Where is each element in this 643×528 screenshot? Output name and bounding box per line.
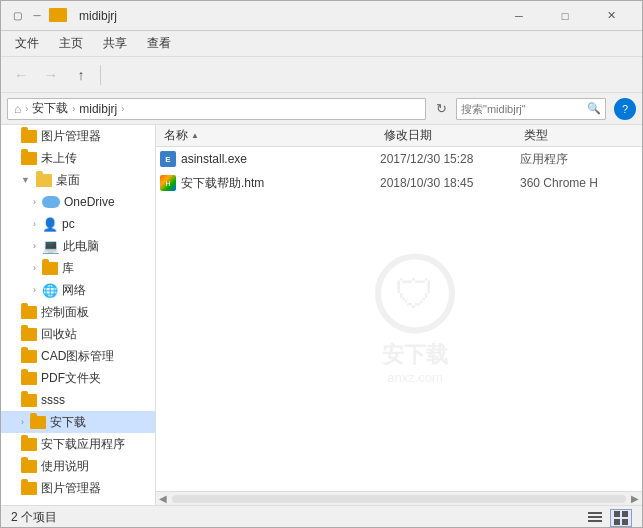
folder-icon	[21, 394, 37, 407]
search-input[interactable]	[461, 103, 583, 115]
network-icon: 🌐	[42, 283, 58, 298]
folder-icon	[21, 482, 37, 495]
addr-segment-download[interactable]: 安下载	[32, 100, 68, 117]
filelist-area: 名称 ▲ 修改日期 类型 🛡 安下载 anxz.com	[156, 125, 642, 505]
file-name: 安下载帮助.htm	[181, 175, 264, 192]
search-box[interactable]: 🔍	[456, 98, 606, 120]
hscroll-right-button[interactable]: ▶	[628, 492, 642, 506]
back-button[interactable]: ←	[7, 61, 35, 89]
col-header-name[interactable]: 名称 ▲	[158, 125, 378, 146]
help-button[interactable]: ?	[614, 98, 636, 120]
menubar: 文件 主页 共享 查看	[1, 31, 642, 57]
sidebar-label: 此电脑	[63, 238, 99, 255]
sidebar-item-app-download[interactable]: 安下载应用程序	[1, 433, 155, 455]
sidebar-item-control-panel[interactable]: 控制面板	[1, 301, 155, 323]
sidebar-item-pc[interactable]: › 👤 pc	[1, 213, 155, 235]
horizontal-scrollbar[interactable]: ◀ ▶	[156, 491, 642, 505]
titlebar-window-icons: ▢ ─	[9, 8, 71, 24]
sidebar-item-anzaixia[interactable]: › 安下载	[1, 411, 155, 433]
hscroll-track	[172, 495, 626, 503]
hscroll-left-button[interactable]: ◀	[156, 492, 170, 506]
chevron-right-icon: ›	[33, 263, 36, 273]
watermark-text2: anxz.com	[387, 370, 443, 385]
sidebar-label: 未上传	[41, 150, 77, 167]
person-icon: 👤	[42, 217, 58, 232]
sidebar-item-cad[interactable]: CAD图标管理	[1, 345, 155, 367]
svg-rect-2	[588, 520, 602, 522]
refresh-button[interactable]: ↻	[430, 98, 452, 120]
menu-view[interactable]: 查看	[137, 33, 181, 55]
sidebar-item-photo-manager-2[interactable]: 图片管理器	[1, 477, 155, 499]
folder-icon	[21, 306, 37, 319]
cloud-icon	[42, 196, 60, 208]
sidebar-item-this-pc[interactable]: › 💻 此电脑	[1, 235, 155, 257]
up-button[interactable]: ↑	[67, 61, 95, 89]
sidebar-label: PDF文件夹	[41, 370, 101, 387]
menu-home[interactable]: 主页	[49, 33, 93, 55]
addr-segment-home[interactable]: ⌂	[14, 102, 21, 116]
statusbar: 2 个项目	[1, 505, 642, 528]
svg-rect-0	[588, 512, 602, 514]
computer-icon: 💻	[42, 238, 59, 254]
addr-chevron-1: ›	[72, 104, 75, 114]
address-path[interactable]: ⌂ › 安下载 › midibjrj ›	[7, 98, 426, 120]
toolbar: ← → ↑	[1, 57, 642, 93]
file-rows: 🛡 安下载 anxz.com E asinstall.exe 2017/12/3…	[156, 147, 642, 491]
sidebar-item-onedrive[interactable]: › OneDrive	[1, 191, 155, 213]
sidebar-label: pc	[62, 217, 75, 231]
watermark-text1: 安下载	[382, 340, 448, 370]
folder-icon	[21, 438, 37, 451]
file-row[interactable]: E asinstall.exe 2017/12/30 15:28 应用程序	[156, 147, 642, 171]
sidebar-label: 安下载应用程序	[41, 436, 125, 453]
chevron-right-icon: ›	[33, 241, 36, 251]
htm-icon: H	[160, 175, 176, 191]
titlebar-folder-icon	[49, 8, 67, 22]
sidebar-label: 桌面	[56, 172, 80, 189]
file-type: 360 Chrome H	[520, 176, 598, 190]
search-icon: 🔍	[587, 102, 601, 115]
col-type-label: 类型	[524, 127, 548, 144]
titlebar-controls: ─ □ ✕	[496, 1, 634, 31]
sidebar-label: 图片管理器	[41, 128, 101, 145]
col-header-type[interactable]: 类型	[518, 125, 640, 146]
view-detail-button[interactable]	[584, 509, 606, 527]
col-name-label: 名称	[164, 127, 188, 144]
file-row[interactable]: H 安下载帮助.htm 2018/10/30 18:45 360 Chrome …	[156, 171, 642, 195]
col-header-date[interactable]: 修改日期	[378, 125, 518, 146]
sidebar-label: 网络	[62, 282, 86, 299]
exe-icon: E	[160, 151, 176, 167]
sidebar-item-instructions[interactable]: 使用说明	[1, 455, 155, 477]
minimize-button[interactable]: ─	[496, 1, 542, 31]
file-cell-type: 360 Chrome H	[520, 176, 638, 190]
sidebar-item-library[interactable]: › 库	[1, 257, 155, 279]
menu-share[interactable]: 共享	[93, 33, 137, 55]
close-button[interactable]: ✕	[588, 1, 634, 31]
view-grid-button[interactable]	[610, 509, 632, 527]
maximize-button[interactable]: □	[542, 1, 588, 31]
sidebar: 图片管理器 未上传 ▼ 桌面 › OneDrive › 👤 pc › 💻	[1, 125, 156, 505]
forward-button[interactable]: →	[37, 61, 65, 89]
sidebar-item-ssss[interactable]: ssss	[1, 389, 155, 411]
sidebar-item-desktop[interactable]: ▼ 桌面	[1, 169, 155, 191]
file-date: 2018/10/30 18:45	[380, 176, 473, 190]
chevron-right-icon: ›	[33, 219, 36, 229]
addr-segment-midibjrj[interactable]: midibjrj	[79, 102, 117, 116]
folder-icon	[42, 262, 58, 275]
sidebar-label: 使用说明	[41, 458, 89, 475]
sidebar-item-recycle-bin[interactable]: 回收站	[1, 323, 155, 345]
sidebar-label: 回收站	[41, 326, 77, 343]
col-date-label: 修改日期	[384, 127, 432, 144]
sidebar-item-pdf[interactable]: PDF文件夹	[1, 367, 155, 389]
titlebar-icon-1: ▢	[9, 8, 25, 24]
sidebar-item-network[interactable]: › 🌐 网络	[1, 279, 155, 301]
menu-file[interactable]: 文件	[5, 33, 49, 55]
file-cell-type: 应用程序	[520, 151, 638, 168]
titlebar-icon-2: ─	[29, 8, 45, 24]
addressbar: ⌂ › 安下载 › midibjrj › ↻ 🔍 ?	[1, 93, 642, 125]
sidebar-label: 库	[62, 260, 74, 277]
sidebar-item-photo-manager[interactable]: 图片管理器	[1, 125, 155, 147]
folder-icon	[30, 416, 46, 429]
sidebar-item-not-uploaded[interactable]: 未上传	[1, 147, 155, 169]
sidebar-label: 控制面板	[41, 304, 89, 321]
detail-view-icon	[588, 511, 602, 525]
